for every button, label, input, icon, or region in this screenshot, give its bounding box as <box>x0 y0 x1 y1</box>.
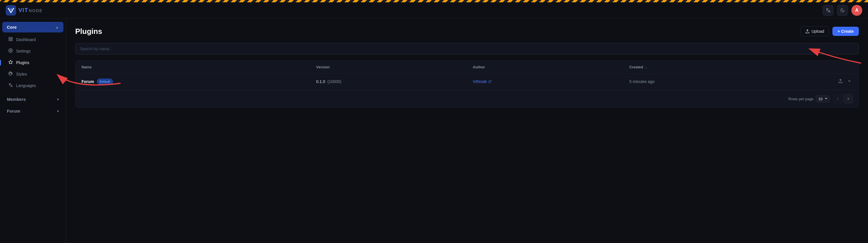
rows-per-page: Rows per page 10 25 50 <box>788 95 830 102</box>
plugin-name-text: Forum <box>82 79 94 84</box>
table-body: Forum Default 0.1.0 (10000) <box>76 73 859 90</box>
column-name: Name <box>76 61 311 73</box>
plugins-table-container: Name Version Author Created ↓ <box>75 60 859 108</box>
translate-button[interactable] <box>823 5 834 16</box>
cell-version: 0.1.0 (10000) <box>311 73 467 90</box>
plugins-icon <box>8 60 13 65</box>
sidebar-item-settings-label: Settings <box>16 49 31 54</box>
warning-stripe <box>0 0 868 2</box>
header: VITNODE A <box>0 2 868 19</box>
chevron-left-icon <box>836 97 840 101</box>
sidebar-item-dashboard[interactable]: Dashboard <box>2 34 63 45</box>
default-badge: Default <box>97 79 113 85</box>
sidebar-section-members: Members ▾ <box>0 94 66 104</box>
sidebar-section-core-title: Core <box>7 25 17 30</box>
svg-rect-3 <box>9 39 10 41</box>
app-body: Core ▲ Dashboard <box>0 19 868 243</box>
theme-toggle-button[interactable] <box>837 5 848 16</box>
sidebar-item-plugins[interactable]: Plugins <box>2 57 63 68</box>
user-avatar-button[interactable]: A <box>851 5 862 16</box>
svg-rect-4 <box>11 39 12 41</box>
svg-rect-2 <box>11 37 12 39</box>
sidebar-section-forum: Forum ▾ <box>0 106 66 116</box>
table-header: Name Version Author Created ↓ <box>76 61 859 73</box>
sidebar-core-items: Dashboard Settings <box>0 32 66 93</box>
version-number: 0.1.0 <box>316 79 325 84</box>
version-build: (10000) <box>328 79 341 84</box>
logo-icon <box>6 5 16 16</box>
svg-point-9 <box>11 73 12 74</box>
languages-icon <box>8 83 13 88</box>
upload-icon <box>805 29 810 34</box>
svg-rect-1 <box>9 37 10 39</box>
chevron-down-icon-members: ▾ <box>57 97 59 101</box>
table-footer: Rows per page 10 25 50 <box>75 90 859 108</box>
create-label: + Create <box>838 29 854 34</box>
page-header: Plugins Upload + Create <box>75 26 859 36</box>
chevron-down-icon-forum: ▾ <box>57 109 59 113</box>
cell-created: 5 minutes ago <box>623 73 780 90</box>
svg-point-8 <box>11 72 11 73</box>
sidebar-section-core: Core ▲ Dashboard <box>0 22 66 93</box>
header-actions: A <box>823 5 862 16</box>
sidebar-section-forum-title: Forum <box>7 109 20 114</box>
next-page-button[interactable] <box>844 94 853 103</box>
chevron-up-icon: ▲ <box>55 25 59 29</box>
column-version: Version <box>311 61 467 73</box>
column-actions <box>780 61 859 73</box>
sidebar-section-core-header[interactable]: Core ▲ <box>2 22 63 32</box>
page-title: Plugins <box>75 27 102 36</box>
sidebar-item-styles-label: Styles <box>16 72 27 77</box>
chevron-right-icon <box>846 97 850 101</box>
prev-page-button[interactable] <box>833 94 842 103</box>
upload-label: Upload <box>811 29 824 34</box>
table-row: Forum Default 0.1.0 (10000) <box>76 73 859 90</box>
sort-created-icon: ↓ <box>645 65 647 69</box>
sidebar-item-languages[interactable]: Languages <box>2 80 63 91</box>
author-name: VitNode <box>473 79 487 84</box>
svg-point-6 <box>9 73 10 74</box>
sidebar-item-plugins-label: Plugins <box>16 60 29 65</box>
sidebar-item-styles[interactable]: Styles <box>2 69 63 80</box>
column-created[interactable]: Created ↓ <box>623 61 780 73</box>
sidebar-section-members-title: Members <box>7 97 26 102</box>
page-actions: Upload + Create <box>800 26 859 36</box>
settings-icon <box>8 48 13 54</box>
cell-author: VitNode <box>467 73 623 90</box>
row-expand-button[interactable] <box>846 78 852 85</box>
sidebar: Core ▲ Dashboard <box>0 19 66 243</box>
author-link[interactable]: VitNode <box>473 79 618 84</box>
rows-per-page-label: Rows per page <box>788 97 813 101</box>
svg-line-11 <box>490 81 491 82</box>
search-bar <box>75 43 859 55</box>
sidebar-item-dashboard-label: Dashboard <box>16 37 36 42</box>
logo: VITNODE <box>6 5 43 16</box>
page-nav <box>833 94 853 103</box>
sidebar-section-members-header[interactable]: Members ▾ <box>2 94 63 104</box>
upload-button[interactable]: Upload <box>800 26 829 36</box>
created-time: 5 minutes ago <box>629 79 654 84</box>
row-upload-button[interactable] <box>837 78 844 86</box>
main-content: Plugins Upload + Create <box>66 19 868 243</box>
search-input[interactable] <box>75 43 859 55</box>
svg-point-7 <box>10 72 10 73</box>
logo-text: VITNODE <box>19 7 43 13</box>
svg-point-5 <box>10 50 11 51</box>
cell-name: Forum Default <box>76 73 311 90</box>
sidebar-section-forum-header[interactable]: Forum ▾ <box>2 106 63 116</box>
dashboard-icon <box>8 37 13 42</box>
rows-per-page-select[interactable]: 10 25 50 <box>816 95 830 102</box>
styles-icon <box>8 71 13 77</box>
column-author: Author <box>467 61 623 73</box>
external-link-icon <box>488 80 492 83</box>
plugins-table: Name Version Author Created ↓ <box>75 61 859 90</box>
cell-actions <box>780 73 859 90</box>
sidebar-item-languages-label: Languages <box>16 83 36 88</box>
sidebar-item-settings[interactable]: Settings <box>2 46 63 57</box>
create-button[interactable]: + Create <box>832 27 859 36</box>
